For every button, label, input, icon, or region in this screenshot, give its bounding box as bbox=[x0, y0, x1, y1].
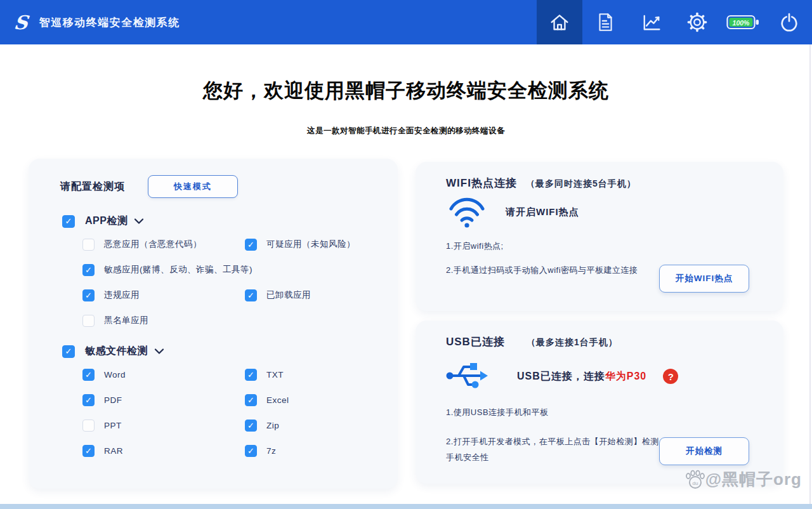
checkbox-row: ✓ RAR ✓ 7z bbox=[82, 438, 398, 463]
checkbox[interactable]: ✓ bbox=[82, 420, 95, 432]
usb-panel: USB已连接 （最多连接1台手机） USB已连接，连接 华为P30 ? 1.使用… bbox=[416, 321, 783, 484]
bottom-strip bbox=[0, 504, 812, 509]
app-detect-items: ✓ 恶意应用（含恶意代码） ✓ 可疑应用（未知风险） ✓ 敏感应用(赌博、反动、… bbox=[82, 232, 398, 333]
baidu-paw-icon: du bbox=[684, 470, 705, 490]
checkbox-item-txt[interactable]: ✓ TXT bbox=[245, 369, 284, 381]
checkbox-row: ✓ PDF ✓ Excel bbox=[82, 387, 398, 413]
checkbox[interactable]: ✓ bbox=[245, 289, 257, 301]
file-detect-items: ✓ Word ✓ TXT ✓ PDF ✓ Excel bbox=[82, 362, 398, 463]
config-panel-title: 请配置检测项 bbox=[60, 180, 125, 194]
checkbox-item-word[interactable]: ✓ Word bbox=[82, 369, 245, 381]
checkbox-item-pdf[interactable]: ✓ PDF bbox=[82, 394, 245, 406]
checkbox[interactable]: ✓ bbox=[245, 420, 257, 432]
watermark: du @黑帽子org bbox=[684, 468, 802, 491]
help-icon[interactable]: ? bbox=[663, 369, 678, 384]
usb-step-1: 1.使用USB连接手机和平板 bbox=[446, 404, 549, 420]
nav-statistics[interactable] bbox=[629, 0, 674, 44]
checkbox[interactable]: ✓ bbox=[245, 445, 257, 457]
start-wifi-button[interactable]: 开始WIFI热点 bbox=[659, 265, 749, 293]
checkbox-row: ✓ 恶意应用（含恶意代码） ✓ 可疑应用（未知风险） bbox=[82, 232, 398, 257]
chart-icon bbox=[640, 11, 663, 34]
group-app-checkbox[interactable]: ✓ bbox=[62, 215, 75, 228]
top-bar: S 智巡移动终端安全检测系统 bbox=[0, 0, 812, 44]
page-subtitle: 这是一款对智能手机进行全面安全检测的移动终端设备 bbox=[0, 126, 812, 136]
checkbox-item-malicious-app[interactable]: ✓ 恶意应用（含恶意代码） bbox=[82, 239, 245, 251]
usb-step-2: 2.打开手机开发者模式，在平板上点击【开始检测】检测手机安全性 bbox=[446, 433, 659, 466]
checkbox[interactable]: ✓ bbox=[245, 394, 257, 406]
checkbox-row: ✓ 黑名单应用 bbox=[82, 308, 398, 333]
checkbox-row: ✓ 违规应用 ✓ 已卸载应用 bbox=[82, 282, 398, 308]
usb-status-line: USB已连接，连接 华为P30 ? bbox=[517, 369, 678, 384]
nav-settings[interactable] bbox=[674, 0, 720, 44]
wifi-panel-header: WIFI热点连接 （最多同时连接5台手机） bbox=[416, 162, 783, 190]
usb-limit-note: （最多连接1台手机） bbox=[527, 337, 618, 348]
nav-battery[interactable]: 100% bbox=[720, 0, 766, 44]
checkbox-item-violation-app[interactable]: ✓ 违规应用 bbox=[82, 289, 245, 301]
group-file-label: 敏感文件检测 bbox=[85, 345, 148, 358]
group-app-detect[interactable]: ✓ APP检测 bbox=[62, 215, 398, 228]
usb-panel-header: USB已连接 （最多连接1台手机） bbox=[416, 321, 783, 349]
group-app-label: APP检测 bbox=[85, 215, 128, 228]
wifi-icon bbox=[447, 195, 487, 232]
checkbox-row: ✓ PPT ✓ Zip bbox=[82, 413, 398, 438]
wifi-limit-note: （最多同时连接5台手机） bbox=[526, 178, 636, 190]
checkbox[interactable]: ✓ bbox=[245, 369, 257, 381]
wifi-step-1: 1.开启wifi热点; bbox=[446, 238, 504, 254]
checkbox-row: ✓ Word ✓ TXT bbox=[82, 362, 398, 387]
wifi-status-text: 请开启WIFI热点 bbox=[506, 206, 579, 218]
wifi-panel-title: WIFI热点连接 bbox=[446, 176, 517, 190]
nav-power[interactable] bbox=[766, 0, 812, 44]
quick-mode-button[interactable]: 快速模式 bbox=[148, 175, 238, 198]
page-title: 您好，欢迎使用黑帽子移动终端安全检测系统 bbox=[0, 77, 812, 104]
checkbox-item-7z[interactable]: ✓ 7z bbox=[245, 445, 276, 457]
report-icon bbox=[594, 11, 616, 33]
usb-status-text: USB已连接，连接 bbox=[517, 370, 605, 383]
home-icon bbox=[548, 11, 571, 34]
checkbox-item-zip[interactable]: ✓ Zip bbox=[245, 420, 279, 432]
chevron-down-icon bbox=[154, 348, 164, 355]
checkbox[interactable]: ✓ bbox=[82, 289, 95, 301]
checkbox-item-blacklist-app[interactable]: ✓ 黑名单应用 bbox=[82, 315, 148, 327]
checkbox[interactable]: ✓ bbox=[245, 239, 257, 251]
checkbox-item-rar[interactable]: ✓ RAR bbox=[82, 445, 245, 457]
usb-panel-title: USB已连接 bbox=[446, 334, 505, 349]
checkbox-item-suspicious-app[interactable]: ✓ 可疑应用（未知风险） bbox=[245, 239, 355, 251]
power-icon bbox=[778, 11, 801, 34]
wifi-step-2: 2.手机通过扫码或手动输入wifi密码与平板建立连接 bbox=[446, 262, 659, 278]
svg-text:100%: 100% bbox=[733, 19, 750, 27]
usb-icon bbox=[445, 356, 490, 395]
config-panel-header: 请配置检测项 快速模式 bbox=[29, 159, 398, 198]
svg-text:du: du bbox=[692, 480, 698, 486]
checkbox-item-uninstalled-app[interactable]: ✓ 已卸载应用 bbox=[245, 289, 311, 301]
group-file-checkbox[interactable]: ✓ bbox=[62, 345, 75, 358]
start-detect-button[interactable]: 开始检测 bbox=[659, 437, 749, 465]
settings-icon bbox=[686, 11, 709, 34]
config-panel: 请配置检测项 快速模式 ✓ APP检测 ✓ 恶意应用（含恶意代码） ✓ 可疑应用… bbox=[29, 159, 398, 489]
checkbox[interactable]: ✓ bbox=[82, 369, 95, 381]
chevron-down-icon bbox=[134, 218, 144, 225]
checkbox-row: ✓ 敏感应用(赌博、反动、诈骗、工具等) bbox=[82, 257, 398, 282]
watermark-text: @黑帽子org bbox=[705, 468, 802, 491]
window-edge bbox=[809, 44, 811, 504]
checkbox[interactable]: ✓ bbox=[82, 239, 95, 251]
top-nav: 100% bbox=[537, 0, 812, 44]
nav-report[interactable] bbox=[582, 0, 628, 44]
app-logo: S bbox=[13, 11, 29, 34]
checkbox[interactable]: ✓ bbox=[82, 315, 95, 327]
battery-icon: 100% bbox=[726, 13, 759, 31]
usb-device-name: 华为P30 bbox=[605, 370, 646, 383]
wifi-panel: WIFI热点连接 （最多同时连接5台手机） 请开启WIFI热点 1.开启wifi… bbox=[416, 162, 783, 311]
checkbox[interactable]: ✓ bbox=[82, 445, 95, 457]
group-file-detect[interactable]: ✓ 敏感文件检测 bbox=[62, 345, 398, 358]
checkbox-item-excel[interactable]: ✓ Excel bbox=[245, 394, 289, 406]
app-title: 智巡移动终端安全检测系统 bbox=[39, 15, 180, 30]
checkbox[interactable]: ✓ bbox=[82, 394, 95, 406]
nav-home[interactable] bbox=[537, 0, 582, 44]
checkbox-item-sensitive-app[interactable]: ✓ 敏感应用(赌博、反动、诈骗、工具等) bbox=[82, 264, 252, 276]
app-window: S 智巡移动终端安全检测系统 bbox=[0, 0, 812, 509]
checkbox[interactable]: ✓ bbox=[82, 264, 95, 276]
checkbox-item-ppt[interactable]: ✓ PPT bbox=[82, 420, 245, 432]
